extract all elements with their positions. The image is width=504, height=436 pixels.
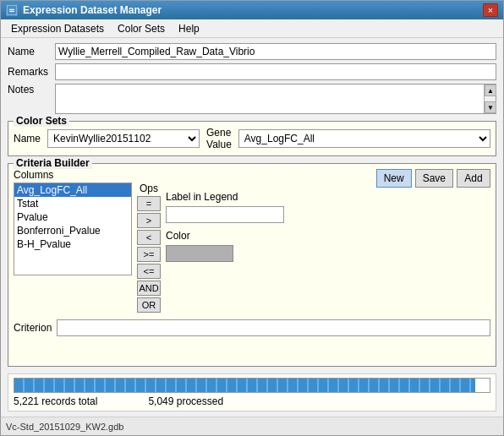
list-item[interactable]: Avg_LogFC_All <box>14 183 131 197</box>
ops-label: Ops <box>137 183 161 194</box>
progress-bar-wrapper <box>14 378 490 393</box>
close-button[interactable]: × <box>483 3 498 17</box>
notes-row: Notes ▲ ▼ <box>8 84 496 114</box>
color-sets-group-label: Color Sets <box>14 115 69 127</box>
remarks-row: Remarks <box>8 63 496 80</box>
progress-area: 5,221 records total 5,049 processed <box>8 373 496 411</box>
menu-help[interactable]: Help <box>172 21 206 36</box>
legend-section: Label in Legend Color <box>166 191 490 262</box>
progress-info: 5,221 records total 5,049 processed <box>14 395 490 407</box>
criterion-input[interactable] <box>57 319 490 336</box>
columns-listbox[interactable]: Avg_LogFC_All Tstat Pvalue Bonferroni_Pv… <box>14 183 132 275</box>
name-row: Name <box>8 43 496 60</box>
op-eq-btn[interactable]: = <box>137 196 161 211</box>
remarks-input[interactable] <box>55 63 496 80</box>
gene-value-select[interactable]: Avg_LogFC_All Tstat Pvalue Bonferroni_Pv… <box>238 129 490 148</box>
name-input[interactable] <box>55 43 496 60</box>
new-save-add-row: New Save Add <box>166 169 490 188</box>
criteria-inner: Columns Avg_LogFC_All Tstat Pvalue Bonfe… <box>14 169 490 336</box>
notes-label: Notes <box>8 84 52 95</box>
save-button[interactable]: Save <box>415 169 453 188</box>
color-label: Color <box>166 230 490 242</box>
columns-section: Columns Avg_LogFC_All Tstat Pvalue Bonfe… <box>14 169 132 275</box>
main-window: Expression Dataset Manager × Expression … <box>0 0 504 436</box>
list-item[interactable]: B-H_Pvalue <box>14 237 131 251</box>
records-processed: 5,049 processed <box>148 395 223 407</box>
op-gt-btn[interactable]: > <box>137 213 161 228</box>
status-text: Vc-Std_20151029_KW2.gdb <box>6 422 123 432</box>
list-item[interactable]: Tstat <box>14 197 131 210</box>
list-item[interactable]: Bonferroni_Pvalue <box>14 224 131 237</box>
ops-section: Ops = > < >= <= AND OR <box>137 169 161 313</box>
op-lte-btn[interactable]: <= <box>137 264 161 279</box>
op-lt-btn[interactable]: < <box>137 230 161 245</box>
notes-wrapper: ▲ ▼ <box>55 84 496 114</box>
main-content: Name Remarks Notes ▲ ▼ Color Sets <box>1 38 503 417</box>
op-gte-btn[interactable]: >= <box>137 247 161 262</box>
scroll-down-btn[interactable]: ▼ <box>485 101 496 113</box>
window-title: Expression Dataset Manager <box>23 4 478 16</box>
menu-bar: Expression Datasets Color Sets Help <box>1 19 503 38</box>
menu-color-sets[interactable]: Color Sets <box>111 21 172 36</box>
op-or-btn[interactable]: OR <box>137 297 161 313</box>
legend-label: Label in Legend <box>166 191 490 203</box>
scroll-up-btn[interactable]: ▲ <box>485 84 496 96</box>
color-sets-row: Name KevinWyllie20151102 GeneValue Avg_L… <box>14 127 490 150</box>
criteria-builder-group: Criteria Builder Columns Avg_LogFC_All T… <box>8 163 496 367</box>
title-bar: Expression Dataset Manager × <box>1 1 503 19</box>
menu-expression-datasets[interactable]: Expression Datasets <box>4 21 111 36</box>
records-total: 5,221 records total <box>14 395 97 407</box>
list-item[interactable]: Pvalue <box>14 210 131 224</box>
criterion-row: Criterion <box>14 319 490 336</box>
status-bar: Vc-Std_20151029_KW2.gdb <box>1 417 503 435</box>
right-section: New Save Add Label in Legend Color <box>166 169 490 262</box>
notes-scrollbar[interactable]: ▲ ▼ <box>484 84 496 113</box>
columns-label: Columns <box>14 169 132 181</box>
color-picker[interactable] <box>166 245 233 262</box>
criterion-label: Criterion <box>14 322 52 334</box>
cs-name-label: Name <box>14 133 41 144</box>
criteria-top: Columns Avg_LogFC_All Tstat Pvalue Bonfe… <box>14 169 490 313</box>
svg-rect-2 <box>9 11 14 12</box>
add-button[interactable]: Add <box>457 169 490 188</box>
svg-rect-1 <box>9 9 14 10</box>
color-set-select[interactable]: KevinWyllie20151102 <box>47 129 200 148</box>
criteria-builder-label: Criteria Builder <box>14 157 92 169</box>
notes-input[interactable] <box>56 84 484 113</box>
op-and-btn[interactable]: AND <box>137 281 161 296</box>
color-sets-group: Color Sets Name KevinWyllie20151102 Gene… <box>8 121 496 156</box>
legend-input[interactable] <box>166 206 284 223</box>
progress-bar-fill <box>14 379 475 392</box>
new-button[interactable]: New <box>376 169 412 188</box>
remarks-label: Remarks <box>8 66 52 78</box>
app-icon <box>6 4 18 16</box>
gene-value-label: GeneValue <box>206 127 232 150</box>
name-label: Name <box>8 46 52 57</box>
